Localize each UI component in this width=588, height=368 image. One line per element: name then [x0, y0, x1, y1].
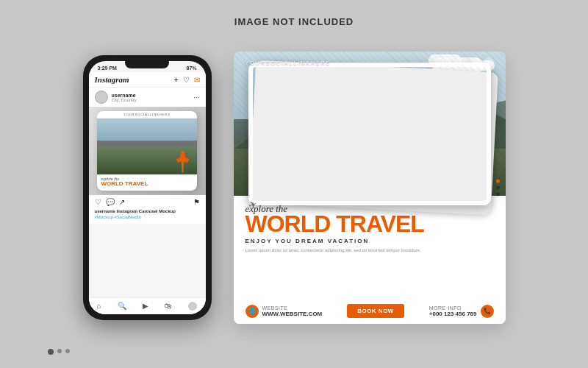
instagram-action-icons: + ♡ ✉ [174, 76, 200, 84]
main-container: IMAGE NOT INCLUDED 3:29 PM 87% Instagram… [0, 0, 588, 368]
website-item: 🌐 Website WWW.WEBSITE.COM [245, 305, 323, 318]
home-nav-icon[interactable]: ⌂ [97, 302, 101, 311]
website-url: WWW.WEBSITE.COM [262, 311, 323, 317]
twitter-icon[interactable]: t [456, 57, 466, 68]
lorem-text: Lorem ipsum dolor sit amet, consectetur … [245, 247, 494, 254]
user-info: username City, Country [112, 93, 190, 102]
side-dot-1 [496, 180, 500, 183]
phone-time: 3:29 PM [98, 66, 117, 71]
website-icon: 🌐 [245, 305, 259, 318]
more-info-item: More info +000 123 456 789 📞 [429, 305, 494, 318]
post-actions: ♡ 💬 ↗ ⚑ [95, 198, 200, 206]
shop-nav-icon[interactable]: 🛍 [165, 302, 172, 311]
book-now-button[interactable]: BOOK NOW [347, 304, 404, 318]
social-icons-row: f t in p [442, 57, 494, 68]
card-bottom-bar: 🌐 Website WWW.WEBSITE.COM BOOK NOW More … [245, 304, 494, 318]
profile-nav-icon[interactable] [188, 302, 197, 311]
website-label: Website [262, 305, 323, 311]
dot-1[interactable] [48, 349, 54, 355]
phone-number: +000 123 456 789 [429, 311, 477, 317]
phone-icon: 📞 [481, 305, 494, 318]
search-nav-icon[interactable]: 🔍 [118, 302, 126, 311]
phone-notch [125, 61, 169, 68]
photo-back-frame [248, 60, 498, 215]
like-icon[interactable]: ♡ [95, 198, 101, 206]
dot-2[interactable] [57, 349, 62, 353]
side-dot-3 [496, 193, 500, 197]
phone-post-card: YOURSOCIALLINKHERE explore the WORLD TRA… [97, 111, 196, 191]
post-footer: ♡ 💬 ↗ ⚑ username Instagram Carousel Mock… [89, 195, 206, 224]
tagline-label: ENJOY YOU DREAM VACATION [245, 238, 494, 244]
card-social-link-text: YOURSOCIALLINKHERE [245, 60, 331, 66]
phone-mockup: 3:29 PM 87% Instagram + ♡ ✉ username Cit… [83, 55, 212, 320]
instagram-logo: Instagram [95, 75, 129, 84]
avatar [95, 91, 108, 104]
social-post-card: YOURSOCIALLINKHERE f t in p [234, 52, 506, 324]
website-info: Website WWW.WEBSITE.COM [262, 305, 323, 317]
message-icon[interactable]: ✉ [194, 76, 200, 84]
side-dot-2 [496, 186, 500, 190]
phone-card-social-link: YOURSOCIALLINKHERE [97, 111, 196, 118]
reels-nav-icon[interactable]: ▶ [143, 302, 148, 311]
card-side-dots [496, 180, 500, 197]
share-icon[interactable]: ↗ [119, 198, 125, 206]
more-options-icon[interactable]: ··· [193, 93, 199, 102]
card-content: explore the WORLD TRAVEL ENJOY YOU DREAM… [234, 196, 506, 324]
post-header: username City, Country ··· [89, 88, 206, 107]
card-main-image [234, 52, 506, 202]
image-not-included-label: IMAGE NOT INCLUDED [234, 16, 354, 27]
world-travel-label: WORLD TRAVEL [245, 212, 494, 236]
phone-card-text: explore the WORLD TRAVEL [97, 174, 196, 190]
dot-3[interactable] [65, 349, 70, 353]
pinterest-icon[interactable]: p [484, 57, 494, 68]
phone-card-image [97, 118, 196, 174]
comment-icon[interactable]: 💬 [106, 198, 115, 206]
globe-icon: 🌐 [248, 308, 256, 314]
heart-icon[interactable]: ♡ [183, 76, 190, 84]
save-icon[interactable]: ⚑ [193, 198, 200, 206]
post-caption: username Instagram Carousel Mockup #Mock… [95, 208, 200, 221]
plus-icon[interactable]: + [174, 76, 179, 84]
instagram-icon[interactable]: in [470, 57, 480, 68]
more-info-info: More info +000 123 456 789 [429, 305, 477, 317]
post-username: username [112, 93, 190, 98]
post-location: City, Country [112, 98, 190, 102]
instagram-header: Instagram + ♡ ✉ [89, 72, 206, 88]
card-social-bar: YOURSOCIALLINKHERE f t in p [234, 52, 506, 74]
carousel-dots [48, 349, 70, 355]
phone-bottom-nav: ⌂ 🔍 ▶ 🛍 [89, 297, 206, 314]
facebook-icon[interactable]: f [442, 57, 452, 68]
phone-glyph-icon: 📞 [484, 308, 491, 314]
more-info-label: More info [429, 305, 477, 311]
phone-screen: 3:29 PM 87% Instagram + ♡ ✉ username Cit… [89, 61, 206, 314]
phone-battery: 87% [186, 66, 196, 71]
phone-post-image: YOURSOCIALLINKHERE explore the WORLD TRA… [89, 107, 206, 195]
